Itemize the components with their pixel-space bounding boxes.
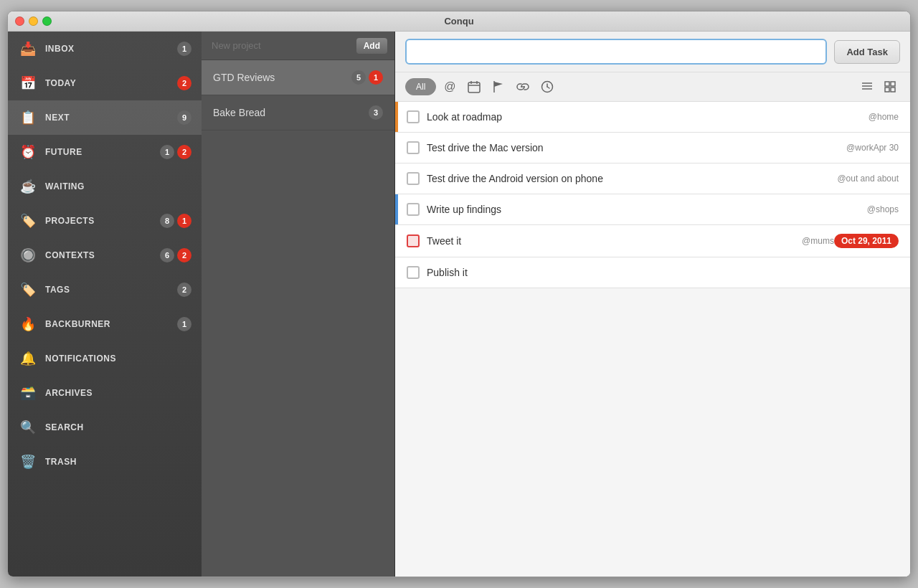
project-label-bake-bread: Bake Bread xyxy=(213,107,363,118)
priority-bar-task-4 xyxy=(395,194,398,224)
sidebar-label-contexts: CONTEXTS xyxy=(45,250,153,260)
badge-red-contexts: 2 xyxy=(177,248,191,262)
badge-red-future: 2 xyxy=(177,145,191,159)
task-row-task-3[interactable]: Test drive the Android version on phone@… xyxy=(395,163,910,194)
next-icon: 📋 xyxy=(18,108,38,128)
sidebar-label-search: SEARCH xyxy=(45,422,184,432)
task-input[interactable] xyxy=(405,39,827,65)
filter-at-icon[interactable]: @ xyxy=(439,77,460,97)
task-inner-task-1: Look at roadmap@home xyxy=(427,111,899,123)
middle-toolbar: Add xyxy=(202,32,394,60)
filter-calendar-icon[interactable] xyxy=(463,77,485,97)
sidebar: 📥INBOX1📅TODAY2📋NEXT9⏰FUTURE12☕WAITING🏷️P… xyxy=(8,32,202,577)
task-checkbox-task-2[interactable] xyxy=(407,141,420,154)
filter-link-icon[interactable] xyxy=(512,77,534,97)
sidebar-item-inbox[interactable]: 📥INBOX1 xyxy=(8,32,202,66)
add-task-button[interactable]: Add Task xyxy=(834,40,900,64)
view-list-icon[interactable] xyxy=(857,77,877,97)
filter-bar: All @ xyxy=(395,72,910,102)
backburner-icon: 🔥 xyxy=(18,314,38,334)
sidebar-item-backburner[interactable]: 🔥BACKBURNER1 xyxy=(8,307,202,341)
task-inner-task-2: Test drive the Mac version@workApr 30 xyxy=(427,142,899,153)
badge-container-today: 2 xyxy=(177,76,191,90)
middle-panel: Add GTD Reviews51Bake Bread3 xyxy=(202,32,395,577)
view-grid-icon[interactable] xyxy=(880,77,900,97)
sidebar-item-notifications[interactable]: 🔔NOTIFICATIONS xyxy=(8,341,202,376)
task-row-task-6[interactable]: Publish it xyxy=(395,257,910,288)
task-context-task-4: @shops xyxy=(867,204,899,214)
task-row-task-2[interactable]: Test drive the Mac version@workApr 30 xyxy=(395,133,910,163)
badge-gray-future: 1 xyxy=(160,145,174,159)
notifications-icon: 🔔 xyxy=(18,348,38,369)
badge-gray-backburner: 1 xyxy=(177,317,191,331)
task-checkbox-task-1[interactable] xyxy=(407,110,420,123)
badge-container-tags: 2 xyxy=(177,283,191,297)
sidebar-label-waiting: WAITING xyxy=(45,181,184,191)
close-button[interactable] xyxy=(15,16,24,26)
task-title-task-3: Test drive the Android version on phone xyxy=(427,173,833,184)
new-project-input[interactable] xyxy=(209,37,351,54)
sidebar-item-trash[interactable]: 🗑️TRASH xyxy=(8,445,202,479)
add-project-button[interactable]: Add xyxy=(356,38,387,54)
sidebar-label-future: FUTURE xyxy=(45,147,153,157)
task-inner-task-3: Test drive the Android version on phone@… xyxy=(427,173,899,184)
badge-red-today: 2 xyxy=(177,76,191,90)
task-inner-task-4: Write up findings@shops xyxy=(427,204,899,215)
task-title-task-5: Tweet it xyxy=(427,235,798,247)
app-window: Conqu 📥INBOX1📅TODAY2📋NEXT9⏰FUTURE12☕WAIT… xyxy=(7,11,911,577)
sidebar-label-inbox: INBOX xyxy=(45,44,170,54)
task-date-badge-task-5: Oct 29, 2011 xyxy=(834,234,899,248)
sidebar-item-next[interactable]: 📋NEXT9 xyxy=(8,100,202,135)
task-title-task-6: Publish it xyxy=(427,267,899,278)
svg-rect-15 xyxy=(891,87,895,92)
badge-gray-tags: 2 xyxy=(177,283,191,297)
sidebar-label-tags: TAGS xyxy=(45,285,170,295)
project-item-gtd-reviews[interactable]: GTD Reviews51 xyxy=(202,60,394,95)
archives-icon: 🗃️ xyxy=(18,383,38,403)
filter-flag-icon[interactable] xyxy=(488,77,509,97)
badge-gray-next: 9 xyxy=(177,110,191,125)
task-row-task-1[interactable]: Look at roadmap@home xyxy=(395,102,910,133)
project-label-gtd-reviews: GTD Reviews xyxy=(213,72,346,83)
projects-icon: 🏷️ xyxy=(18,211,38,231)
task-row-task-5[interactable]: Tweet it@mumsOct 29, 2011 xyxy=(395,225,910,257)
task-inner-task-6: Publish it xyxy=(427,267,899,278)
tags-icon: 🏷️ xyxy=(18,280,38,300)
project-item-bake-bread[interactable]: Bake Bread3 xyxy=(202,95,394,131)
badge-container-future: 12 xyxy=(160,145,191,159)
task-list: Look at roadmap@homeTest drive the Mac v… xyxy=(395,102,910,577)
filter-all-button[interactable]: All xyxy=(405,78,436,95)
sidebar-item-search[interactable]: 🔍SEARCH xyxy=(8,410,202,445)
task-checkbox-task-6[interactable] xyxy=(407,266,420,279)
sidebar-item-contexts[interactable]: 🔘CONTEXTS62 xyxy=(8,238,202,272)
content-toolbar: Add Task xyxy=(395,32,910,72)
maximize-button[interactable] xyxy=(42,16,52,26)
waiting-icon: ☕ xyxy=(18,176,38,196)
project-badge-red-gtd-reviews: 1 xyxy=(369,70,383,85)
sidebar-item-today[interactable]: 📅TODAY2 xyxy=(8,66,202,100)
sidebar-item-tags[interactable]: 🏷️TAGS2 xyxy=(8,272,202,307)
sidebar-item-projects[interactable]: 🏷️PROJECTS81 xyxy=(8,204,202,238)
sidebar-item-waiting[interactable]: ☕WAITING xyxy=(8,169,202,204)
sidebar-item-archives[interactable]: 🗃️ARCHIVES xyxy=(8,376,202,410)
sidebar-label-projects: PROJECTS xyxy=(45,216,153,226)
task-row-task-4[interactable]: Write up findings@shops xyxy=(395,194,910,225)
task-checkbox-task-3[interactable] xyxy=(407,172,420,185)
badge-container-backburner: 1 xyxy=(177,317,191,331)
badge-container-projects: 81 xyxy=(160,214,191,228)
filter-clock-icon[interactable] xyxy=(536,77,558,97)
minimize-button[interactable] xyxy=(29,16,38,26)
sidebar-label-backburner: BACKBURNER xyxy=(45,319,170,329)
sidebar-item-future[interactable]: ⏰FUTURE12 xyxy=(8,135,202,169)
search-icon: 🔍 xyxy=(18,417,38,437)
badge-container-contexts: 62 xyxy=(160,248,191,262)
badge-gray-projects: 8 xyxy=(160,214,174,228)
task-checkbox-task-5[interactable] xyxy=(407,234,420,247)
sidebar-label-archives: ARCHIVES xyxy=(45,388,184,398)
task-checkbox-task-4[interactable] xyxy=(407,203,420,216)
window-controls xyxy=(15,16,52,26)
sidebar-label-next: NEXT xyxy=(45,113,170,123)
svg-rect-12 xyxy=(885,82,889,86)
badge-container-next: 9 xyxy=(177,110,191,125)
inbox-icon: 📥 xyxy=(18,39,38,59)
